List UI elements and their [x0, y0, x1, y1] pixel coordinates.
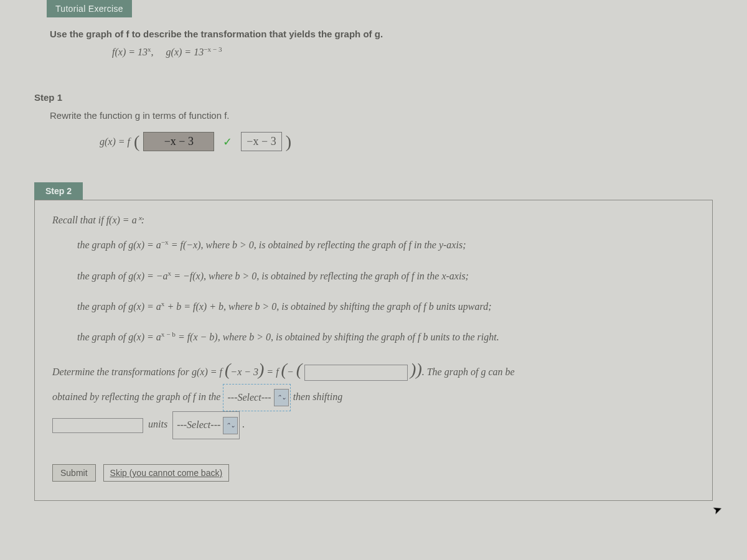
- problem-statement: Use the graph of f to describe the trans…: [34, 17, 713, 64]
- chevron-down-icon: ⌃⌄: [223, 417, 238, 434]
- inner-blank-input[interactable]: [304, 365, 408, 381]
- given-functions: f(x) = 13x, g(x) = 13−x − 3: [50, 45, 713, 58]
- step1-label: Step 1: [34, 92, 713, 103]
- determine-block: Determine the transformations for g(x) =…: [52, 360, 695, 439]
- prompt-text: Use the graph of f to describe the trans…: [50, 29, 713, 39]
- step2-tab: Step 2: [34, 182, 83, 200]
- chevron-down-icon: ⌃⌄: [274, 389, 289, 406]
- left-paren: (: [134, 133, 139, 151]
- step1-answer-input[interactable]: [143, 132, 214, 151]
- recall-text: Recall that if f(x) = aˣ:: [52, 214, 695, 226]
- check-icon: ✓: [223, 135, 232, 149]
- submit-button[interactable]: Submit: [52, 464, 96, 482]
- axis-select[interactable]: ---Select---⌃⌄: [223, 384, 290, 411]
- direction-select[interactable]: ---Select---⌃⌄: [172, 411, 240, 439]
- step1-lhs: g(x) = f: [100, 136, 130, 147]
- right-paren: ): [286, 133, 291, 151]
- shift-amount-input[interactable]: [52, 418, 143, 433]
- step2-panel: Recall that if f(x) = aˣ: the graph of g…: [34, 200, 713, 500]
- rule-1: the graph of g(x) = a−x = f(−x), where b…: [77, 237, 695, 253]
- rule-3: the graph of g(x) = ax + b = f(x) + b, w…: [77, 299, 695, 314]
- rule-4: the graph of g(x) = ax − b = f(x − b), w…: [77, 329, 695, 345]
- step1-instruction: Rewrite the function g in terms of funct…: [50, 110, 713, 121]
- step1-hint-box: −x − 3: [241, 132, 281, 151]
- rule-2: the graph of g(x) = −ax = −f(x), where b…: [77, 268, 695, 284]
- tutorial-tab: Tutorial Exercise: [47, 0, 132, 17]
- skip-link[interactable]: Skip (you cannot come back): [103, 464, 230, 482]
